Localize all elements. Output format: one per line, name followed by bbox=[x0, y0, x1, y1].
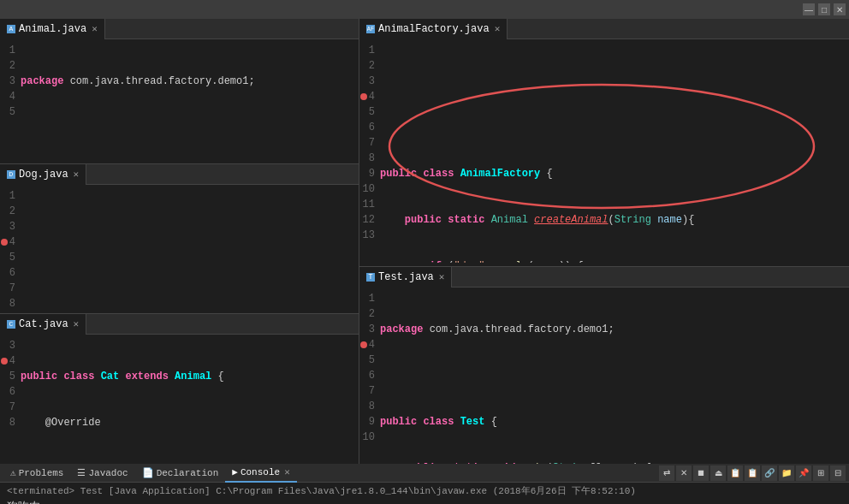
toolbar-btn-10[interactable]: ⊞ bbox=[813, 465, 828, 481]
bottom-tab-bar: ⚠ Problems ☰ Javadoc 📄 Declaration ▶ Con… bbox=[0, 464, 849, 483]
maximize-button[interactable]: □ bbox=[818, 3, 830, 15]
console-content: <terminated> Test [Java Application] C:\… bbox=[0, 483, 849, 504]
test-tab[interactable]: T Test.java ✕ bbox=[359, 267, 452, 288]
dog-code-area: 1 2 3 4 5 6 7 8 public class Dog extends… bbox=[0, 185, 359, 313]
cat-tab[interactable]: C Cat.java ✕ bbox=[0, 314, 86, 335]
dog-tab-close[interactable]: ✕ bbox=[74, 169, 80, 180]
toolbar-btn-5[interactable]: 📋 bbox=[727, 465, 743, 481]
animal-tab-bar: A Animal.java ✕ bbox=[0, 19, 359, 39]
dog-pane: D Dog.java ✕ 1 2 3 4 5 6 7 8 bbox=[0, 164, 359, 314]
console-tab-close[interactable]: ✕ bbox=[284, 466, 290, 477]
toolbar-btn-9[interactable]: 📌 bbox=[796, 465, 811, 481]
title-bar: — □ ✕ bbox=[0, 0, 849, 19]
animal-factory-tab[interactable]: AF AnimalFactory.java ✕ bbox=[359, 19, 508, 39]
toolbar-btn-7[interactable]: 🔗 bbox=[762, 465, 777, 481]
tab-problems[interactable]: ⚠ Problems bbox=[3, 464, 70, 483]
toolbar-btn-6[interactable]: 📋 bbox=[745, 465, 760, 481]
toolbar-btn-3[interactable]: ⏹ bbox=[693, 465, 709, 481]
declaration-icon: 📄 bbox=[142, 467, 154, 478]
test-tab-icon: T bbox=[366, 273, 375, 282]
dog-tab-label: Dog.java bbox=[19, 169, 68, 181]
dog-line-numbers: 1 2 3 4 5 6 7 8 bbox=[0, 188, 21, 310]
toolbar-btn-11[interactable]: ⊟ bbox=[830, 465, 846, 481]
problems-icon: ⚠ bbox=[10, 467, 16, 478]
toolbar-btn-4[interactable]: ⏏ bbox=[710, 465, 726, 481]
animal-code-area: 1 2 3 4 5 package com.java.thread.factor… bbox=[0, 39, 359, 163]
animal-factory-tab-label: AnimalFactory.java bbox=[378, 23, 490, 35]
tab-javadoc[interactable]: ☰ Javadoc bbox=[70, 464, 134, 483]
dog-tab-icon: D bbox=[7, 170, 15, 179]
animal-tab-close[interactable]: ✕ bbox=[92, 23, 98, 34]
animal-line-numbers: 1 2 3 4 5 bbox=[0, 43, 21, 160]
test-tab-close[interactable]: ✕ bbox=[439, 271, 445, 282]
dog-tab[interactable]: D Dog.java ✕ bbox=[0, 164, 86, 185]
animal-factory-line-numbers: 1 2 3 4 5 6 7 8 9 10 11 12 13 bbox=[359, 43, 380, 263]
right-panel: AF AnimalFactory.java ✕ 1 2 3 4 5 6 7 8 … bbox=[359, 19, 849, 463]
tab-console[interactable]: ▶ Console ✕ bbox=[225, 464, 296, 483]
left-panel: A Animal.java ✕ 1 2 3 4 5 package com.ja… bbox=[0, 19, 359, 463]
cat-tab-close[interactable]: ✕ bbox=[74, 318, 80, 329]
animal-factory-pane: AF AnimalFactory.java ✕ 1 2 3 4 5 6 7 8 … bbox=[359, 19, 849, 267]
javadoc-label: Javadoc bbox=[88, 468, 128, 478]
animal-factory-tab-bar: AF AnimalFactory.java ✕ bbox=[359, 19, 849, 39]
animal-factory-tab-close[interactable]: ✕ bbox=[495, 23, 501, 34]
console-label: Console bbox=[240, 467, 280, 477]
test-tab-label: Test.java bbox=[378, 271, 434, 283]
animal-factory-code-content: public class AnimalFactory { public stat… bbox=[380, 43, 849, 263]
dog-code-content: public class Dog extends Animal { @Overr… bbox=[21, 188, 359, 310]
terminated-line: <terminated> Test [Java Application] C:\… bbox=[7, 484, 842, 497]
cat-tab-icon: C bbox=[7, 320, 15, 329]
tab-declaration[interactable]: 📄 Declaration bbox=[135, 464, 226, 483]
animal-factory-code-area: 1 2 3 4 5 6 7 8 9 10 11 12 13 bbox=[359, 39, 849, 266]
animal-tab[interactable]: A Animal.java ✕ bbox=[0, 19, 105, 39]
minimize-button[interactable]: — bbox=[803, 3, 815, 15]
toolbar-btn-8[interactable]: 📁 bbox=[779, 465, 794, 481]
declaration-label: Declaration bbox=[157, 468, 219, 478]
console-icon: ▶ bbox=[232, 466, 238, 477]
cat-tab-label: Cat.java bbox=[19, 318, 68, 330]
output-line-1: 狗吃肉 bbox=[7, 499, 842, 504]
animal-tab-label: Animal.java bbox=[19, 23, 86, 35]
animal-code-content: package com.java.thread.factory.demo1; p… bbox=[21, 43, 359, 160]
close-button[interactable]: ✕ bbox=[834, 3, 846, 15]
test-tab-bar: T Test.java ✕ bbox=[359, 267, 849, 288]
problems-label: Problems bbox=[19, 468, 64, 478]
javadoc-icon: ☰ bbox=[77, 467, 86, 478]
bottom-toolbar: ⇄ ✕ ⏹ ⏏ 📋 📋 🔗 📁 📌 ⊞ ⊟ bbox=[659, 465, 846, 481]
bottom-panel: ⚠ Problems ☰ Javadoc 📄 Declaration ▶ Con… bbox=[0, 463, 849, 504]
toolbar-btn-2[interactable]: ✕ bbox=[676, 465, 692, 481]
dog-tab-bar: D Dog.java ✕ bbox=[0, 164, 359, 185]
toolbar-btn-1[interactable]: ⇄ bbox=[659, 465, 674, 481]
animal-factory-tab-icon: AF bbox=[366, 25, 375, 33]
animal-tab-icon: A bbox=[7, 25, 15, 33]
animal-pane: A Animal.java ✕ 1 2 3 4 5 package com.ja… bbox=[0, 19, 359, 164]
cat-tab-bar: C Cat.java ✕ bbox=[0, 314, 359, 335]
bottom-tabs: ⚠ Problems ☰ Javadoc 📄 Declaration ▶ Con… bbox=[3, 464, 297, 482]
